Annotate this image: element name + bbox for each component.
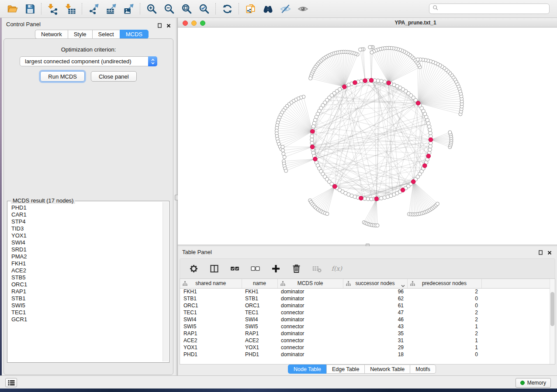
zoom-in-icon[interactable] [144,2,159,15]
cell-name[interactable]: FKH1 [242,288,277,295]
column-header-MCDS-role[interactable]: MCDS role [277,279,343,288]
cell-predecessor-nodes[interactable]: 1 [407,323,481,330]
mcds-node[interactable] [426,154,431,158]
table-row[interactable]: STB1STB1dominator620 [180,295,550,302]
cell-successor-nodes[interactable]: 96 [343,288,407,295]
mcds-result-item[interactable]: SWI5 [11,302,163,309]
table-scrollbar-thumb[interactable] [550,292,554,326]
mcds-node[interactable] [411,179,415,184]
columns-icon[interactable] [208,263,221,275]
cell-predecessor-nodes[interactable]: 0 [407,302,481,309]
cell-successor-nodes[interactable]: 47 [343,309,407,316]
hide-selected-icon[interactable] [278,2,293,15]
cell-successor-nodes[interactable]: 31 [343,337,407,344]
zoom-selected-icon[interactable] [197,2,211,15]
cell-MCDS-role[interactable]: dominator [277,302,343,309]
show-all-icon[interactable] [295,2,310,15]
column-header-successor-nodes[interactable]: successor nodes [343,279,407,288]
cell-name[interactable]: TEC1 [242,309,277,316]
mcds-result-item[interactable]: SWI4 [11,239,163,246]
cell-MCDS-role[interactable]: connector [277,323,343,330]
mcds-result-item[interactable]: STB5 [11,274,163,281]
mcds-result-item[interactable]: GCR1 [11,316,163,323]
table-row[interactable]: TEC1TEC1connector472 [180,309,550,316]
mcds-result-list[interactable]: PHD1CAR1STP4TID3YOX1SWI4SRD1PMA2FKH1ACE2… [8,202,163,361]
cell-name[interactable]: PHD1 [242,351,277,358]
mcds-node[interactable] [313,157,318,161]
task-history-button[interactable] [5,378,17,387]
mcds-result-item[interactable]: ACE2 [11,267,163,274]
close-table-panel-icon[interactable] [547,249,552,257]
cell-MCDS-role[interactable]: dominator [277,330,343,337]
float-table-panel-icon[interactable] [539,249,543,257]
cell-shared-name[interactable]: ORC1 [180,302,242,309]
mcds-result-item[interactable]: YOX1 [11,232,163,239]
tab-edge-table[interactable]: Edge Table [326,364,364,374]
cell-predecessor-nodes[interactable]: 2 [407,309,481,316]
float-panel-icon[interactable] [158,22,162,30]
cell-shared-name[interactable]: SWI5 [180,323,242,330]
mcds-node[interactable] [401,188,405,193]
mcds-result-item[interactable]: CAR1 [11,211,163,218]
cell-shared-name[interactable]: RAP1 [180,330,242,337]
export-image-icon[interactable] [121,2,136,15]
cell-shared-name[interactable]: YOX1 [180,344,242,351]
mcds-node[interactable] [332,184,337,189]
mcds-result-item[interactable]: SRD1 [11,246,163,253]
cell-predecessor-nodes[interactable]: 2 [407,288,481,295]
add-icon[interactable] [269,263,282,275]
table-row[interactable]: YOX1YOX1connector291 [180,344,550,351]
cell-shared-name[interactable]: SWI4 [180,316,242,323]
mcds-node[interactable] [359,196,363,200]
cell-predecessor-nodes[interactable]: 2 [407,316,481,323]
close-panel-icon[interactable] [166,22,171,30]
cell-predecessor-nodes[interactable]: 0 [407,351,481,358]
optimization-criterion-dropdown[interactable]: largest connected component (undirected) [20,56,157,66]
cell-shared-name[interactable]: FKH1 [180,288,242,295]
tab-node-table[interactable]: Node Table [288,364,326,374]
mcds-node[interactable] [353,80,357,85]
cell-predecessor-nodes[interactable]: 1 [407,337,481,344]
mcds-result-item[interactable]: RAP1 [11,288,163,295]
tab-network-table[interactable]: Network Table [364,364,410,374]
close-panel-button[interactable]: Close panel [91,71,137,82]
mcds-node[interactable] [374,197,379,201]
cell-MCDS-role[interactable]: connector [277,309,343,316]
cell-successor-nodes[interactable]: 62 [343,295,407,302]
mcds-node[interactable] [342,85,346,89]
mcds-node[interactable] [311,129,315,134]
import-table-icon[interactable] [63,2,78,15]
mcds-node[interactable] [310,145,315,149]
export-table-icon[interactable] [104,2,118,15]
cell-name[interactable]: RAP1 [242,330,277,337]
cell-successor-nodes[interactable]: 18 [343,351,407,358]
mcds-result-item[interactable]: PMA2 [11,253,163,260]
tab-select[interactable]: Select [92,30,120,39]
save-icon[interactable] [22,2,37,15]
cell-successor-nodes[interactable]: 35 [343,330,407,337]
cell-successor-nodes[interactable]: 29 [343,344,407,351]
cell-MCDS-role[interactable]: connector [277,337,343,344]
import-network-icon[interactable] [45,2,60,15]
clone-network-icon[interactable] [243,2,258,15]
first-neighbors-icon[interactable] [260,2,275,15]
table-row[interactable]: SWI4SWI4dominator462 [180,316,550,323]
network-window-titlebar[interactable]: YPA_prune.txt_1 [178,18,557,28]
cell-name[interactable]: ACE2 [242,337,277,344]
window-close-button[interactable] [183,21,188,26]
export-network-icon[interactable] [86,2,101,15]
deselect-all-icon[interactable] [249,263,262,275]
cell-predecessor-nodes[interactable]: 2 [407,330,481,337]
mcds-node[interactable] [363,79,367,83]
column-header-shared-name[interactable]: shared name [180,279,242,288]
table-scrollbar[interactable] [550,279,555,364]
network-canvas[interactable] [178,28,557,244]
table-row[interactable]: ORC1ORC1dominator610 [180,302,550,309]
cell-successor-nodes[interactable]: 46 [343,316,407,323]
tab-style[interactable]: Style [68,30,92,39]
delete-icon[interactable] [290,263,303,275]
column-header-predecessor-nodes[interactable]: predecessor nodes [407,279,481,288]
mcds-node[interactable] [429,138,433,142]
cell-predecessor-nodes[interactable]: 0 [407,295,481,302]
cell-name[interactable]: ORC1 [242,302,277,309]
